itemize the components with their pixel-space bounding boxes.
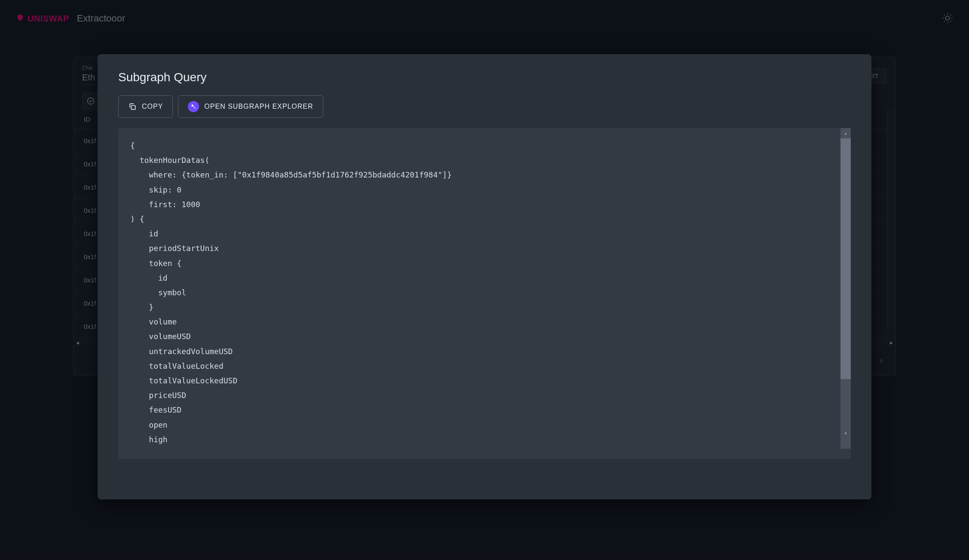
open-explorer-button[interactable]: OPEN SUBGRAPH EXPLORER [178, 95, 323, 118]
scroll-up-arrow[interactable]: ▴ [840, 128, 851, 138]
resize-handle[interactable] [840, 449, 851, 459]
code-vertical-scrollbar[interactable]: ▴ ▾ [840, 128, 851, 449]
scroll-down-arrow[interactable]: ▾ [840, 428, 851, 438]
svg-point-11 [192, 104, 194, 107]
query-code-text: { tokenHourDatas( where: {token_in: ["0x… [130, 141, 452, 444]
copy-button[interactable]: COPY [118, 95, 173, 118]
subgraph-query-modal: Subgraph Query COPY OPEN SUBGRAPH EXPLOR… [98, 54, 871, 499]
query-code-block[interactable]: { tokenHourDatas( where: {token_in: ["0x… [118, 128, 851, 459]
copy-icon [128, 102, 137, 111]
explorer-label: OPEN SUBGRAPH EXPLORER [204, 103, 313, 110]
svg-rect-10 [132, 106, 135, 110]
modal-overlay[interactable]: Subgraph Query COPY OPEN SUBGRAPH EXPLOR… [0, 0, 969, 560]
copy-label: COPY [142, 103, 163, 110]
modal-title: Subgraph Query [118, 70, 851, 84]
graph-protocol-icon [188, 101, 199, 112]
scroll-thumb[interactable] [840, 138, 851, 379]
modal-actions: COPY OPEN SUBGRAPH EXPLORER [118, 95, 851, 118]
svg-line-12 [193, 107, 196, 109]
